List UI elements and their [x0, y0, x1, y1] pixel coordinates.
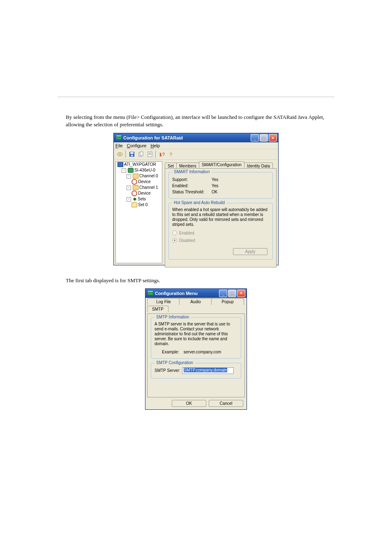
smtp-info-group: SMTP Information A SMTP server is the se… — [151, 317, 241, 359]
radio-icon — [172, 238, 177, 243]
tree-channel-0[interactable]: -Channel 0 — [118, 173, 162, 179]
help-icon[interactable]: ? — [167, 150, 175, 158]
hotspare-group-title: Hot Spare and Auto Rebuild — [172, 200, 226, 205]
radio-disabled[interactable]: Disabled — [172, 238, 269, 243]
app-icon — [116, 135, 121, 140]
svg-rect-1 — [116, 135, 121, 136]
tab-audio[interactable]: Audio — [179, 298, 212, 305]
folder-icon — [133, 185, 138, 190]
threshold-label: Status Threshold: — [172, 189, 212, 195]
window-title: Configuration Menu — [155, 291, 198, 296]
pc-icon — [118, 162, 123, 167]
radio-icon — [172, 230, 177, 235]
smtp-server-input[interactable]: SMTP.company.domain — [182, 367, 234, 374]
tab-smart-configuration[interactable]: SMART/Configuration — [199, 161, 244, 168]
svg-rect-6 — [131, 155, 133, 156]
close-button[interactable]: × — [237, 290, 245, 297]
cancel-button[interactable]: Cancel — [209, 400, 243, 407]
tab-popup[interactable]: Popup — [211, 298, 244, 305]
enabled-label: Enabled: — [172, 183, 212, 189]
tree-device-0[interactable]: Device — [118, 179, 162, 185]
smtp-server-label: SMTP Server: — [154, 368, 180, 373]
ok-button[interactable]: OK — [172, 400, 206, 407]
detail-tabs: Set Members SMART/Configuration Identity… — [165, 161, 277, 168]
collapse-icon[interactable]: - — [122, 168, 126, 173]
svg-rect-8 — [140, 152, 143, 156]
svg-rect-16 — [148, 292, 153, 295]
mid-paragraph: The first tab displayed is for SMTP sett… — [66, 277, 326, 284]
menu-help[interactable]: HelpHelp — [150, 143, 160, 148]
tree-sets[interactable]: -❖Sets — [118, 196, 162, 202]
support-label: Support: — [172, 176, 212, 183]
svg-text:?: ? — [162, 152, 165, 157]
tree-adapter[interactable]: -SI-436eU-0 — [118, 167, 162, 173]
svg-point-3 — [119, 153, 121, 155]
menu-bar: FFileile ConfigureConfigure HelpHelp — [114, 142, 278, 149]
menu-configure[interactable]: ConfigureConfigure — [127, 143, 147, 148]
window-titlebar[interactable]: Configuration for SATARaid _ □ × — [114, 133, 278, 142]
svg-text:?: ? — [169, 151, 173, 157]
minimize-button[interactable]: _ — [251, 134, 259, 142]
hotspare-group: Hot Spare and Auto Rebuild When enabled … — [168, 203, 273, 260]
tree-set-0[interactable]: Set 0 — [118, 202, 162, 208]
enabled-value: Yes — [212, 183, 218, 189]
configuration-menu-window: Configuration Menu _ □ × Log File Audio … — [145, 288, 247, 410]
folder-icon — [133, 174, 138, 179]
chip-icon — [128, 168, 134, 173]
smtp-tab-page: SMTP Information A SMTP server is the se… — [147, 313, 245, 397]
threshold-value: OK — [212, 189, 217, 195]
smtp-info-title: SMTP Information — [154, 315, 191, 319]
minimize-button[interactable]: _ — [219, 290, 227, 297]
collapse-icon[interactable]: - — [127, 197, 131, 202]
window-titlebar[interactable]: Configuration Menu _ □ × — [145, 289, 247, 298]
tree-channel-1[interactable]: -Channel 1 — [118, 185, 162, 190]
tree-root[interactable]: ATI_WXPGATOR — [118, 162, 162, 167]
help-contextual-icon[interactable]: ? — [158, 150, 166, 158]
smtp-config-group: SMTP Configuration SMTP Server: SMTP.com… — [151, 363, 241, 379]
svg-rect-17 — [148, 291, 153, 292]
device-icon — [131, 190, 137, 196]
tab-smtp[interactable]: SMTP — [147, 306, 168, 312]
maximize-button[interactable]: □ — [228, 290, 236, 297]
close-button[interactable]: × — [269, 134, 277, 142]
intro-paragraph: By selecting from the menu (File> Config… — [66, 114, 326, 128]
support-value: Yes — [212, 176, 218, 183]
collapse-icon[interactable]: - — [127, 186, 131, 190]
window-title: Configuration for SATARaid — [123, 135, 183, 140]
svg-marker-13 — [160, 152, 162, 156]
svg-rect-5 — [130, 152, 134, 154]
copy-icon[interactable] — [137, 150, 145, 158]
save-icon[interactable] — [128, 150, 136, 158]
menu-file[interactable]: FFileile — [115, 143, 123, 148]
sataraid-config-window: Configuration for SATARaid _ □ × FFileil… — [113, 133, 279, 265]
tab-log-file[interactable]: Log File — [147, 298, 180, 305]
hotspare-desc: When enabled a hot spare will automaticl… — [172, 207, 269, 227]
eye-icon[interactable] — [116, 150, 124, 158]
device-tree[interactable]: ATI_WXPGATOR -SI-436eU-0 -Channel 0 Devi… — [115, 161, 162, 263]
svg-rect-9 — [148, 152, 152, 157]
smtp-config-title: SMTP Configuration — [154, 360, 195, 365]
set-icon — [131, 202, 137, 207]
toolbar: ? ? — [114, 149, 278, 160]
smtp-info-text: A SMTP server is the server that is use … — [154, 322, 238, 346]
device-icon — [131, 179, 137, 185]
smart-group-title: SMART Information — [172, 170, 211, 174]
radio-enabled[interactable]: Enabled — [172, 230, 269, 235]
smart-info-group: SMART Information Support:Yes Enabled:Ye… — [168, 172, 273, 199]
tree-device-1[interactable]: Device — [118, 190, 162, 196]
apply-button[interactable]: Apply — [233, 248, 267, 255]
app-icon — [148, 291, 153, 296]
maximize-button[interactable]: □ — [260, 134, 268, 142]
svg-rect-0 — [116, 136, 121, 139]
sets-icon: ❖ — [133, 197, 137, 201]
collapse-icon[interactable]: - — [127, 174, 131, 179]
smtp-example: Example: server.company.com — [154, 350, 238, 354]
config-tabs: Log File Audio Popup SMTP E-mail Notific… — [145, 298, 247, 313]
page-icon[interactable] — [146, 150, 154, 158]
tab-page: SMART Information Support:Yes Enabled:Ye… — [165, 168, 277, 267]
